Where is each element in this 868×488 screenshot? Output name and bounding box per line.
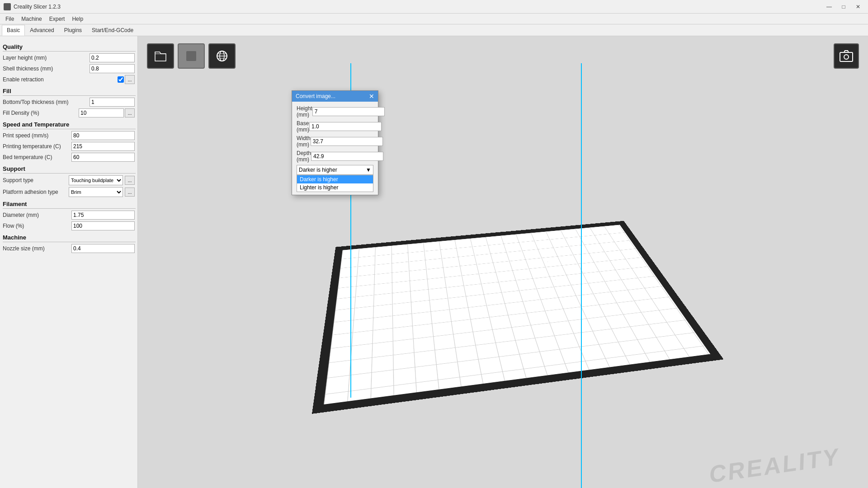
dialog-row-base: Base (mm)	[297, 120, 373, 133]
dialog-row-depth: Depth (mm)	[297, 150, 373, 163]
app-icon	[4, 3, 11, 10]
input-layer-height[interactable]	[90, 53, 135, 62]
menu-expert[interactable]: Expert	[46, 15, 69, 23]
platform-adhesion-wrap: Brim Raft None ...	[69, 187, 135, 197]
app-title: Creality Slicer 1.2.3	[14, 4, 61, 10]
row-print-speed: Print speed (mm/s)	[2, 131, 136, 140]
menu-help[interactable]: Help	[68, 15, 87, 23]
menu-file[interactable]: File	[2, 15, 18, 23]
label-nozzle-size: Nozzle size (mm)	[3, 245, 71, 252]
left-panel: Quality Layer height (mm) Shell thicknes…	[0, 36, 138, 488]
title-bar: Creality Slicer 1.2.3 — □ ✕	[0, 0, 868, 14]
checkbox-enable-retraction[interactable]	[118, 76, 124, 83]
close-button[interactable]: ✕	[852, 2, 864, 11]
label-bed-temp: Bed temperature (C)	[3, 154, 71, 160]
dialog-row-height: Height (mm)	[297, 105, 373, 118]
dialog-close-button[interactable]: ✕	[369, 93, 374, 99]
dialog-dropdown-list: Darker is higher Lighter is higher	[297, 175, 373, 192]
input-shell-thickness[interactable]	[90, 64, 135, 73]
dialog-input-height[interactable]	[312, 107, 385, 116]
dialog-label-base: Base (mm)	[297, 120, 309, 133]
row-layer-height: Layer height (mm)	[2, 53, 136, 62]
viewport: CREALITY Convert image... ✕ Height (mm) …	[138, 36, 868, 488]
menu-machine[interactable]: Machine	[18, 15, 45, 23]
select-support-type[interactable]: Touching buildplate Everywhere None	[69, 175, 123, 185]
title-bar-controls: — □ ✕	[823, 2, 864, 11]
row-flow: Flow (%)	[2, 221, 136, 230]
dialog-label-height: Height (mm)	[297, 105, 312, 118]
chevron-down-icon: ▼	[366, 167, 371, 173]
input-diameter[interactable]	[71, 211, 135, 220]
label-bottom-top-thickness: Bottom/Top thickness (mm)	[3, 99, 90, 105]
row-fill-density: Fill Density (%) ...	[2, 108, 136, 117]
input-print-speed[interactable]	[71, 131, 135, 140]
bed-container	[138, 54, 868, 488]
section-speed-temp: Speed and Temperature	[3, 121, 136, 129]
section-filament: Filament	[3, 201, 136, 209]
menu-bar: File Machine Expert Help	[0, 14, 868, 24]
tab-advanced[interactable]: Advanced	[25, 25, 59, 36]
dialog-title-bar: Convert image... ✕	[292, 91, 378, 102]
row-support-type: Support type Touching buildplate Everywh…	[2, 175, 136, 185]
row-diameter: Diameter (mm)	[2, 211, 136, 220]
label-shell-thickness: Shell thickness (mm)	[3, 66, 90, 72]
input-flow[interactable]	[71, 221, 135, 230]
dialog-input-base[interactable]	[309, 122, 382, 131]
platform-adhesion-dots-button[interactable]: ...	[125, 188, 135, 197]
label-diameter: Diameter (mm)	[3, 212, 71, 218]
maximize-button[interactable]: □	[837, 2, 850, 11]
row-printing-temp: Printing temperature (C)	[2, 142, 136, 151]
dropdown-item-lighter[interactable]: Lighter is higher	[297, 183, 373, 192]
minimize-button[interactable]: —	[823, 2, 835, 11]
tab-plugins[interactable]: Plugins	[59, 25, 87, 36]
input-printing-temp[interactable]	[71, 142, 135, 151]
main-layout: Quality Layer height (mm) Shell thicknes…	[0, 36, 868, 488]
input-fill-density[interactable]	[79, 108, 124, 117]
dialog-dropdown-button[interactable]: Darker is higher ▼	[297, 165, 373, 175]
dialog-input-depth[interactable]	[311, 152, 383, 161]
section-fill: Fill	[3, 88, 136, 96]
tab-start-end-gcode[interactable]: Start/End-GCode	[87, 25, 138, 36]
dialog-dropdown-selected: Darker is higher	[299, 167, 337, 173]
input-bottom-top-thickness[interactable]	[90, 98, 135, 107]
dialog-label-width: Width (mm)	[297, 135, 311, 148]
fill-density-dots-button[interactable]: ...	[125, 108, 135, 117]
row-shell-thickness: Shell thickness (mm)	[2, 64, 136, 73]
dialog-body: Height (mm) Base (mm) Width (mm) Depth (…	[292, 102, 378, 178]
row-nozzle-size: Nozzle size (mm)	[2, 244, 136, 253]
label-support-type: Support type	[3, 177, 69, 183]
support-type-dots-button[interactable]: ...	[125, 176, 135, 185]
input-bed-temp[interactable]	[71, 153, 135, 162]
tab-bar: Basic Advanced Plugins Start/End-GCode	[0, 24, 868, 36]
label-flow: Flow (%)	[3, 223, 71, 229]
cyan-line-right	[581, 63, 582, 488]
row-bottom-top-thickness: Bottom/Top thickness (mm)	[2, 98, 136, 107]
dialog-title: Convert image...	[296, 93, 335, 99]
section-support: Support	[3, 165, 136, 174]
dialog-input-width[interactable]	[311, 137, 383, 146]
label-printing-temp: Printing temperature (C)	[3, 143, 71, 150]
select-platform-adhesion[interactable]: Brim Raft None	[69, 187, 123, 197]
tab-basic[interactable]: Basic	[2, 25, 25, 36]
row-enable-retraction: Enable retraction ...	[2, 75, 136, 84]
input-nozzle-size[interactable]	[71, 244, 135, 253]
label-layer-height: Layer height (mm)	[3, 55, 90, 61]
convert-image-dialog: Convert image... ✕ Height (mm) Base (mm)…	[292, 90, 378, 195]
label-fill-density: Fill Density (%)	[3, 110, 79, 116]
row-bed-temp: Bed temperature (C)	[2, 153, 136, 162]
bed-surface	[311, 221, 723, 414]
support-type-wrap: Touching buildplate Everywhere None ...	[69, 175, 135, 185]
dialog-dropdown-wrap: Darker is higher ▼ Darker is higher Ligh…	[297, 165, 373, 175]
section-quality: Quality	[3, 43, 136, 52]
label-enable-retraction: Enable retraction	[3, 76, 118, 83]
title-bar-left: Creality Slicer 1.2.3	[4, 3, 61, 10]
section-machine: Machine	[3, 234, 136, 242]
row-platform-adhesion: Platform adhesion type Brim Raft None ..…	[2, 187, 136, 197]
label-print-speed: Print speed (mm/s)	[3, 132, 71, 139]
dropdown-item-darker[interactable]: Darker is higher	[297, 175, 373, 183]
dialog-label-depth: Depth (mm)	[297, 150, 311, 163]
dialog-row-width: Width (mm)	[297, 135, 373, 148]
retraction-dots-button[interactable]: ...	[125, 75, 135, 84]
label-platform-adhesion: Platform adhesion type	[3, 189, 69, 195]
